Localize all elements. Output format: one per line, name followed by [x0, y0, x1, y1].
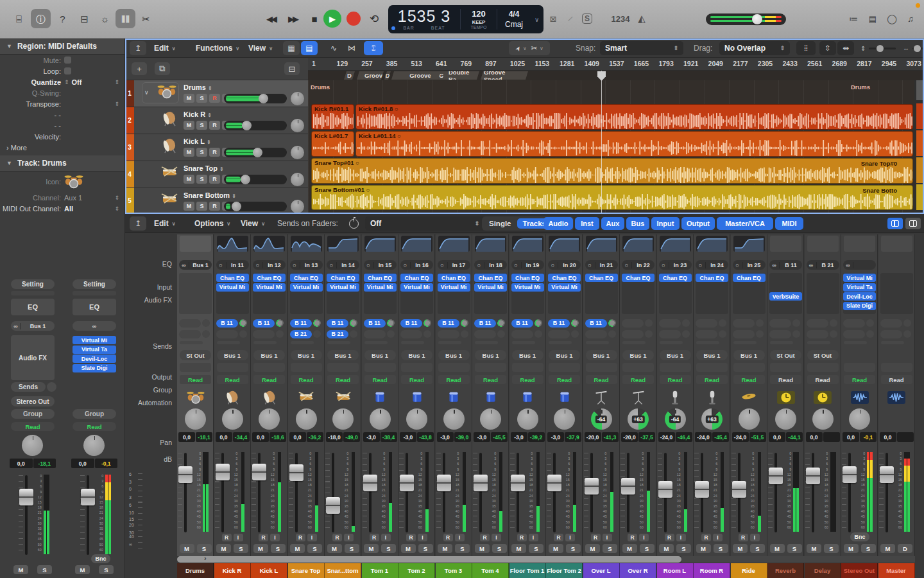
- inspector-region-row[interactable]: Velocity:: [0, 131, 124, 142]
- stepper-icon[interactable]: ⇕: [114, 79, 119, 85]
- output-slot[interactable]: St Out: [807, 350, 839, 360]
- send-slot[interactable]: B 11: [327, 319, 359, 328]
- db-display[interactable]: -24,0-45,4: [695, 432, 729, 442]
- mute-button[interactable]: M: [253, 544, 268, 553]
- track-pan-knob[interactable]: [291, 119, 304, 132]
- send-knob[interactable]: [313, 330, 321, 338]
- input-slot[interactable]: ○In 17: [438, 260, 470, 270]
- lcd-tempo[interactable]: 120 KEEP TEMPO: [461, 5, 497, 33]
- send-slot[interactable]: [622, 319, 654, 328]
- inspector-strip-drums[interactable]: SettingEQ∞Bus 1Audio FXSendsStereo OutGr…: [6, 234, 59, 578]
- fader-cap[interactable]: [621, 478, 635, 495]
- fx-plugin-chaneq[interactable]: Chan EQ: [733, 274, 766, 282]
- group-slot[interactable]: [253, 363, 285, 372]
- record-enable-button[interactable]: R: [443, 534, 453, 541]
- track-icon[interactable]: [64, 173, 83, 191]
- fader-track[interactable]: [774, 453, 777, 532]
- fx-plugin-virtualmi[interactable]: Virtual Mi: [290, 283, 323, 292]
- channel-name-tab[interactable]: Floor Tom 2: [546, 563, 583, 578]
- record-enable-button[interactable]: R: [517, 534, 527, 541]
- automation-mode[interactable]: Read: [660, 375, 691, 384]
- no-transpose-icon[interactable]: ⊠: [544, 9, 562, 28]
- mute-button[interactable]: M: [13, 565, 28, 574]
- db-display[interactable]: 0,0-34,4: [216, 432, 250, 442]
- fx-plugin-virtualmi[interactable]: Virtual Mi: [474, 283, 507, 292]
- fader-track[interactable]: [369, 453, 372, 532]
- record-enable-button[interactable]: R: [296, 534, 305, 541]
- output-slot[interactable]: Bus 1: [438, 350, 470, 360]
- audio-region[interactable]: Snare Bottom#01 ○Snare Botto: [311, 185, 913, 210]
- automation-mode[interactable]: Read: [180, 375, 211, 384]
- track-r-button[interactable]: R: [209, 175, 220, 184]
- fx-plugin-virtualmi[interactable]: Virtual Mi: [327, 283, 359, 292]
- eq-thumbnail[interactable]: [291, 236, 322, 252]
- solo-icon[interactable]: S: [578, 9, 596, 28]
- input-monitor-button[interactable]: I: [307, 534, 317, 541]
- channel-strip-tom-2[interactable]: ○In 16Chan EQVirtual MiB 11Bus 1Read-3,0…: [398, 234, 435, 556]
- send-slot[interactable]: [585, 329, 618, 338]
- send-slot[interactable]: B 11: [585, 319, 618, 328]
- mixer-scrollbar[interactable]: [177, 556, 681, 563]
- eq-thumbnail[interactable]: [807, 236, 839, 252]
- record-button[interactable]: [344, 9, 363, 28]
- fx-plugin-chaneq[interactable]: Chan EQ: [474, 274, 507, 282]
- input-slot[interactable]: ○In 20: [548, 260, 581, 270]
- library-icon[interactable]: ⌸: [9, 9, 29, 28]
- group-slot[interactable]: [622, 363, 654, 372]
- output-slot[interactable]: Bus 1: [586, 350, 617, 360]
- track-m-button[interactable]: M: [184, 121, 194, 130]
- audio-region[interactable]: Snare Top#01 ○Snare Top#0: [311, 158, 913, 184]
- channel-strip-tom-4[interactable]: ○In 18Chan EQVirtual MiB 11Bus 1Read-3,0…: [472, 234, 509, 556]
- hide-tracks-button[interactable]: ⊟: [284, 62, 300, 75]
- send-knob[interactable]: [348, 318, 359, 328]
- automation-mode[interactable]: Read: [622, 375, 654, 384]
- fader-track[interactable]: [553, 453, 556, 532]
- channel-name-tab[interactable]: Tom 3: [436, 563, 472, 578]
- automation-mode[interactable]: Read: [696, 375, 728, 384]
- bounce-button[interactable]: Bnc: [91, 554, 110, 563]
- fader-track[interactable]: [443, 453, 445, 532]
- mute-button[interactable]: M: [180, 544, 194, 553]
- send-knob[interactable]: [385, 318, 395, 328]
- fader-cap[interactable]: [326, 497, 340, 514]
- automation-mode[interactable]: Read: [438, 375, 470, 384]
- record-enable-button[interactable]: R: [222, 534, 232, 541]
- channel-name-tab[interactable]: Kick R: [214, 563, 251, 578]
- solo-button[interactable]: S: [824, 544, 839, 553]
- eq-thumbnail[interactable]: [881, 236, 912, 252]
- solo-button[interactable]: S: [197, 544, 212, 553]
- record-enable-button[interactable]: R: [370, 534, 379, 541]
- channel-name-tab[interactable]: Ride: [731, 563, 767, 578]
- channel-strip-delay[interactable]: ∞B 21St OutRead0,00369121518212430354045…: [805, 234, 841, 556]
- record-enable-button[interactable]: R: [628, 534, 637, 541]
- send-slot[interactable]: [216, 329, 249, 338]
- channel-name-tab[interactable]: Drums: [177, 563, 214, 578]
- record-enable-button[interactable]: R: [259, 534, 268, 541]
- playhead[interactable]: [601, 71, 602, 214]
- mixer-back-icon[interactable]: ↥: [130, 216, 146, 231]
- automation-mode[interactable]: Read: [881, 375, 912, 384]
- eq-thumbnail[interactable]: [696, 236, 728, 252]
- track-r-button[interactable]: R: [209, 202, 220, 211]
- mute-button[interactable]: M: [622, 544, 637, 553]
- track-s-button[interactable]: S: [196, 148, 207, 157]
- send-slot[interactable]: [622, 329, 654, 338]
- audio-fx-box[interactable]: [880, 273, 913, 314]
- track-m-button[interactable]: M: [184, 175, 194, 184]
- group-slot[interactable]: [881, 363, 912, 372]
- master-volume-slider[interactable]: [706, 13, 786, 25]
- group-slot[interactable]: [217, 363, 248, 372]
- db-display[interactable]: -24,0-51,5: [732, 432, 766, 442]
- channel-strip-snar---ttom[interactable]: ○In 14Chan EQVirtual MiB 11B 21Bus 1Read…: [325, 234, 361, 556]
- fx-plugin-chaneq[interactable]: Chan EQ: [696, 274, 728, 282]
- solo-button[interactable]: S: [381, 544, 396, 553]
- eq-thumbnail[interactable]: [253, 236, 285, 252]
- input-slot[interactable]: ○In 14: [327, 260, 359, 270]
- pan-knob[interactable]: [480, 408, 501, 430]
- mute-button[interactable]: M: [327, 544, 342, 553]
- track-r-button[interactable]: R: [209, 148, 220, 157]
- fader-track[interactable]: [184, 453, 187, 532]
- send-slot[interactable]: B 11: [290, 319, 323, 328]
- track-name[interactable]: Kick L ⇕: [184, 137, 211, 145]
- drag-dropdown[interactable]: No Overlap⇕: [719, 41, 790, 55]
